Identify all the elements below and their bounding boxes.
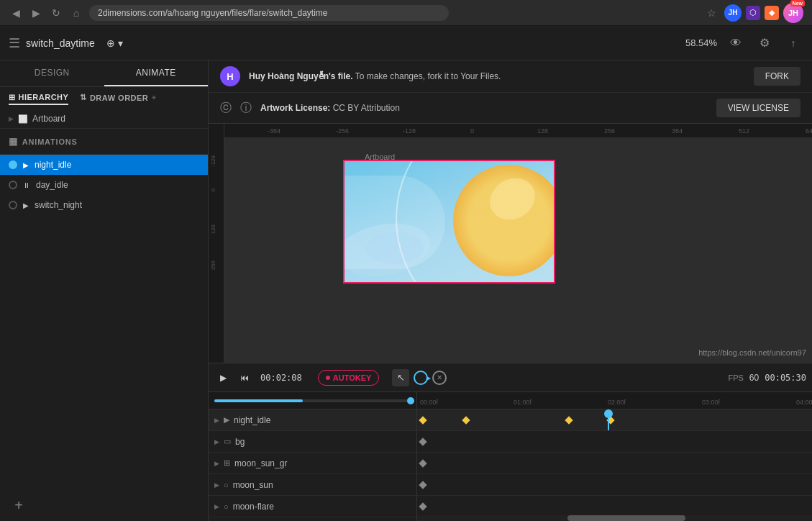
browser-extensions: ☆ JH ⬡ ◆ JH New: [703, 3, 803, 23]
timeline-progress-thumb[interactable]: [407, 397, 414, 404]
new-badge: New: [790, 0, 805, 6]
tl-ruler-04: 04:00f: [796, 399, 812, 406]
url-bar[interactable]: [89, 5, 449, 21]
timeline-progress-fill: [214, 399, 303, 402]
fork-button[interactable]: FORK: [754, 67, 800, 86]
eye-icon[interactable]: 👁: [726, 33, 746, 53]
left-sidebar: DESIGN ANIMATE ⊞HIERARCHY ⇅ DRAW ORDER ✦: [0, 60, 209, 521]
zoom-indicator[interactable]: 58.54%: [685, 37, 717, 48]
design-animate-tabs: DESIGN ANIMATE: [0, 60, 208, 87]
toolbar-right: 58.54% 👁 ⚙ ↑: [685, 33, 803, 53]
tl-row-bg[interactable]: ▶ ▭ bg: [209, 431, 416, 453]
timeline-toolbar: ▶ ⏮ 00:02:08 AUTOKEY ↖ ▶: [209, 363, 812, 392]
anim-name-night-idle: night_idle: [35, 160, 199, 170]
view-license-button[interactable]: VIEW LICENSE: [716, 99, 800, 117]
tab-design[interactable]: DESIGN: [0, 60, 104, 86]
menu-icon[interactable]: ☰: [9, 35, 20, 51]
cursor-tool-button[interactable]: ↖: [392, 369, 409, 386]
tl-ruler-02: 02:00f: [608, 399, 626, 406]
info-icon: ⓘ: [240, 101, 252, 116]
fork-notification: H Huy Hoàng Nguyễn's file. To make chang…: [209, 60, 812, 92]
extension-orange[interactable]: ◆: [765, 6, 779, 20]
ruler-mark-left-128: 128: [210, 225, 216, 234]
canvas-with-ruler: -384 -256 -128 0 128 256 384 512 640 768…: [209, 124, 812, 363]
main-area: DESIGN ANIMATE ⊞HIERARCHY ⇅ DRAW ORDER ✦: [0, 60, 812, 521]
timeline-tracks[interactable]: 00:00f 01:00f 02:00f 03:00f 04:00f: [417, 392, 812, 521]
canvas-viewport[interactable]: Artboard: [224, 138, 812, 363]
tl-play-moon-sun[interactable]: ▶: [214, 481, 219, 489]
animation-content: [345, 161, 554, 282]
ruler-mark-left-0: 0: [210, 189, 216, 191]
timeline-skip-button[interactable]: ⏮: [236, 369, 253, 386]
move-tool[interactable]: ⊕ ▾: [101, 35, 129, 52]
tl-play-bg[interactable]: ▶: [214, 438, 219, 445]
export-icon[interactable]: ↑: [783, 33, 803, 53]
timeline-scrollbar[interactable]: [417, 515, 812, 521]
stop-tool[interactable]: ✕: [432, 371, 447, 385]
cc-icon: ⓒ: [220, 101, 232, 116]
artboard-expand-icon: ▶: [9, 115, 14, 122]
tab-animate[interactable]: ANIMATE: [104, 60, 209, 86]
timeline-play-button[interactable]: ▶: [214, 369, 232, 386]
settings-icon[interactable]: ⚙: [754, 33, 775, 53]
timeline-progress-row: [209, 392, 416, 409]
hier-tab-hierarchy[interactable]: ⊞HIERARCHY: [9, 91, 68, 105]
anim-item-night-idle[interactable]: ▶ night_idle: [0, 155, 208, 175]
artboard-canvas: [343, 160, 555, 284]
tl-play-moon-flare[interactable]: ▶: [214, 503, 219, 510]
kf-night-idle-2[interactable]: [565, 416, 572, 424]
tl-row-moon-flare[interactable]: ▶ ○ moon-flare: [209, 496, 416, 517]
ruler-mark-neg128: -128: [403, 127, 416, 135]
animations-section-label: ANIMATIONS: [22, 137, 78, 146]
loop-tool[interactable]: ▶: [414, 371, 428, 385]
tl-play-night-idle[interactable]: ▶: [214, 417, 219, 424]
tl-play-moon-sun-gr[interactable]: ▶: [214, 460, 219, 467]
anim-name-switch-night: switch_night: [35, 200, 199, 210]
tl-name-moon-sun-gr: moon_sun_gr: [234, 458, 411, 468]
anim-radio-night-idle: [9, 160, 17, 169]
tl-row-moon-sun-gr[interactable]: ▶ ⊞ moon_sun_gr: [209, 453, 416, 474]
top-toolbar: ☰ switch_daytime ⊕ ▾ 58.54% 👁 ⚙ ↑: [0, 26, 812, 60]
back-button[interactable]: ◀: [9, 6, 23, 20]
animations-section-icon: ▦: [9, 136, 18, 147]
total-time: 00:05:30: [765, 373, 806, 383]
playhead[interactable]: [608, 409, 609, 430]
forward-button[interactable]: ▶: [29, 6, 43, 20]
ruler-mark-neg256: -256: [336, 127, 349, 135]
add-animation-button[interactable]: +: [9, 495, 29, 515]
kf-bg-0[interactable]: [419, 438, 426, 445]
bookmark-button[interactable]: ☆: [703, 4, 720, 22]
home-button[interactable]: ⌂: [69, 6, 83, 20]
autokey-button[interactable]: AUTOKEY: [318, 370, 380, 386]
ruler-mark-256: 256: [604, 127, 615, 135]
anim-name-day-idle: day_idle: [36, 180, 199, 190]
kf-night-idle-1[interactable]: [462, 416, 470, 424]
playhead-marker: [604, 409, 613, 418]
ruler-mark-512: 512: [739, 127, 749, 135]
kf-moon-flare-0[interactable]: [419, 502, 426, 510]
tl-icon-moon-sun-gr: ⊞: [224, 458, 230, 468]
artboard-item[interactable]: ▶ ⬜ Artboard: [0, 109, 208, 128]
refresh-button[interactable]: ↻: [49, 6, 63, 20]
autokey-area: AUTOKEY: [318, 370, 380, 386]
anim-item-switch-night[interactable]: ▶ switch_night: [0, 195, 208, 215]
kf-moon-sun-gr-0[interactable]: [419, 459, 426, 467]
hier-tab-draw-order[interactable]: ⇅ DRAW ORDER ✦: [80, 91, 157, 105]
tl-row-night-idle[interactable]: ▶ ▶ night_idle: [209, 409, 416, 431]
tl-row-moon-sun[interactable]: ▶ ○ moon_sun: [209, 474, 416, 496]
tl-track-moon-sun-gr: [417, 453, 812, 474]
hierarchy-section: ⊞HIERARCHY ⇅ DRAW ORDER ✦ ▶ ⬜ Artboard: [0, 87, 208, 129]
kf-moon-sun-0[interactable]: [419, 481, 426, 489]
anim-radio-day-idle: [9, 181, 17, 189]
timeline-scrollbar-thumb[interactable]: [567, 515, 686, 521]
extension-purple[interactable]: ⬡: [746, 6, 760, 20]
tl-ruler-03: 03:00f: [702, 399, 720, 406]
anim-item-day-idle[interactable]: ⏸ day_idle: [0, 175, 208, 195]
kf-night-idle-0[interactable]: [419, 416, 426, 424]
canvas-area: H Huy Hoàng Nguyễn's file. To make chang…: [209, 60, 812, 521]
fork-message: Huy Hoàng Nguyễn's file. To make changes…: [249, 71, 745, 81]
notification-bar: H Huy Hoàng Nguyễn's file. To make chang…: [209, 60, 812, 124]
tl-icon-bg: ▭: [224, 437, 231, 446]
ruler-mark-384: 384: [672, 127, 683, 135]
extension-jh-avatar[interactable]: JH: [724, 4, 742, 22]
